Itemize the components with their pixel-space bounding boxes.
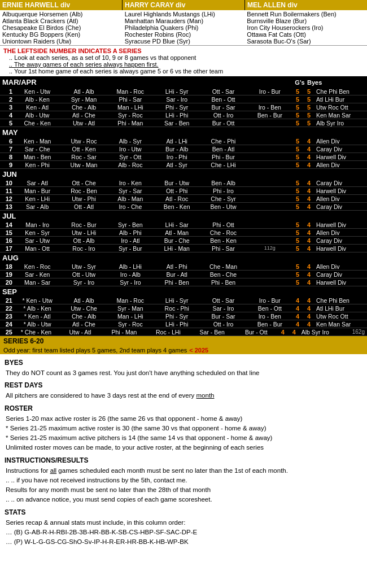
- game-slot: Atl - Roc: [154, 195, 199, 202]
- schedule-row: 25* Che - KenUtw - AtlPhi - ManRoc - LHi…: [0, 328, 367, 336]
- game-slot: Ken - LHi: [15, 195, 60, 202]
- row-number: 13: [2, 203, 15, 210]
- row-number: 25: [2, 329, 15, 336]
- byes-value: 5: [304, 112, 314, 119]
- game-slot: Utw - Atl: [59, 329, 102, 336]
- game-slots: Alb - KenSyr - ManPhi - SarSar - IroBen …: [15, 96, 292, 103]
- gs-value: 5: [292, 96, 303, 103]
- byes-value: 4: [304, 237, 314, 244]
- info-section: BYES They do NOT count as 3 games rest. …: [0, 354, 367, 552]
- bye-teams: Harwell Div: [314, 154, 365, 160]
- game-slot: [247, 138, 292, 145]
- row-number: 22: [2, 305, 15, 312]
- byes-value: 5: [304, 120, 314, 127]
- game-slot: Sar - Ben: [191, 329, 234, 336]
- game-slots: Ken - SyrUtw - LHiAlb - PhiAtl - ManChe …: [15, 229, 292, 236]
- game-slot: [247, 120, 292, 127]
- game-slot: [247, 229, 292, 236]
- game-slot: Phi - Sar: [108, 96, 153, 103]
- game-slot: Phi - Ott: [200, 221, 246, 228]
- game-slot: Alb - Roc: [108, 162, 153, 168]
- game-slot: [247, 237, 292, 244]
- stats-line-1: Series recap & annual stats must include…: [5, 518, 362, 528]
- bye-teams: Atl LHi Bur: [314, 96, 365, 103]
- bye-teams: Caray Div: [314, 237, 365, 244]
- game-slots: Ken - ManUtw - RocAlb - SyrAtl - LHiChe …: [15, 138, 292, 145]
- schedule-section: MAR/APR G's Byes 1Ken - UtwAtl - AlbMan …: [0, 77, 367, 354]
- game-slot: [247, 279, 292, 286]
- bye-teams: Ken Man Sar: [314, 321, 365, 328]
- game-slot: * Ken - Utw: [15, 297, 60, 304]
- game-slot: Sar - Ben: [154, 120, 199, 127]
- game-slot: Phi - Syr: [154, 104, 199, 111]
- game-slot: Ken - Roc: [15, 263, 60, 270]
- row-number: 8: [2, 154, 15, 160]
- schedule-row: 17Man - OttRoc - IroSyr - BurLHi - ManPh…: [0, 245, 367, 252]
- game-slot: Syr - Iro: [108, 279, 153, 286]
- bye-teams: Alb Syr Iro: [299, 329, 350, 336]
- byes-value: 4: [304, 263, 314, 270]
- odd-year-bar: Odd year: first team listed plays 5 game…: [0, 346, 367, 354]
- game-slot: Syr - Ott: [108, 154, 153, 160]
- harry-team-4: Rochester Robins (Roc): [125, 31, 243, 38]
- row-number: 5: [2, 120, 15, 127]
- game-slot: LHi - Man: [154, 245, 199, 252]
- ernie-teams: Albuquerque Horsemen (Alb) Atlanta Black…: [0, 10, 123, 45]
- game-slot: LHi - Syr: [154, 88, 199, 95]
- game-slot: Roc - Sar: [61, 154, 106, 160]
- game-slots: Ken - UtwAtl - AlbMan - RocLHi - SyrOtt …: [15, 88, 292, 95]
- game-slot: Che - Syr: [200, 195, 246, 202]
- game-slots: Man - OttRoc - IroSyr - BurLHi - ManPhi …: [15, 245, 292, 252]
- schedule-rows: 1Ken - UtwAtl - AlbMan - RocLHi - SyrOtt…: [0, 88, 367, 336]
- row-number: 10: [2, 180, 15, 186]
- game-slot: Iro - Utw: [108, 146, 153, 153]
- bye-teams: Allen Div: [314, 138, 365, 145]
- row-number: 23: [2, 313, 15, 320]
- byes-value: 4: [304, 305, 314, 312]
- game-slots: Sar - CheOtt - KenIro - UtwBur - AlbBen …: [15, 146, 292, 153]
- bye-teams: Harwell Div: [314, 188, 365, 194]
- game-slot: * Alb - Utw: [15, 321, 60, 328]
- game-slot: [247, 180, 292, 186]
- bye-teams: Harwell Div: [314, 279, 365, 286]
- byes-value: 4: [304, 297, 314, 304]
- game-slot: Iro - Ben: [247, 104, 292, 111]
- game-slot: Man - Bur: [15, 188, 60, 194]
- leftside-title: THE LEFTSIDE NUMBER INDICATES A SERIES: [3, 47, 364, 54]
- gs-value: 4: [292, 313, 303, 320]
- game-slot: [247, 221, 292, 228]
- schedule-row: 23* Ken - AtlChe - AlbMan - LHiPhi - Syr…: [0, 312, 367, 320]
- gs-value: 5: [292, 104, 303, 111]
- game-slot: Syr - Man: [61, 96, 106, 103]
- game-slot: Ben - Atl: [200, 146, 246, 153]
- game-slots: Man - BurRoc - BenSyr - SarOtt - PhiPhi …: [15, 188, 292, 194]
- bye-teams: Che Phi Ben: [314, 88, 365, 95]
- row-number: 17: [2, 245, 15, 252]
- game-slot: Syr - Iro: [61, 279, 106, 286]
- rest-days-text: All pitchers are considered to have 3 da…: [5, 391, 362, 400]
- game-slot: Bur - Atl: [154, 271, 199, 278]
- game-slot: LHi - Phi: [154, 321, 199, 328]
- ernie-team-1: Albuquerque Horsemen (Alb): [2, 11, 120, 18]
- game-slot: Che - Ken: [15, 120, 60, 127]
- month-label: MAY: [0, 127, 367, 137]
- game-slot: Sar - Ken: [15, 271, 60, 278]
- game-slot: Ott - Che: [61, 180, 106, 186]
- ernie-team-2: Atlanta Black Crackers (Atl): [2, 18, 120, 24]
- leftside-section: THE LEFTSIDE NUMBER INDICATES A SERIES .…: [0, 46, 367, 77]
- game-slot: Ott - Utw: [61, 271, 106, 278]
- game-slot: Ben - Ott: [200, 96, 246, 103]
- stats-line-2: … (B) G-AB-R-H-RBI-2B-3B-HR-BB-K-SB-CS-H…: [5, 528, 362, 537]
- game-slots: Man - IroRoc - BurSyr - BenLHi - SarPhi …: [15, 221, 292, 228]
- schedule-row: 15Ken - SyrUtw - LHiAlb - PhiAtl - ManCh…: [0, 229, 367, 237]
- game-slot: Bur - Sar: [200, 313, 246, 320]
- game-slot: Phi - Iro: [200, 188, 246, 194]
- game-slot: Che - Man: [200, 263, 246, 270]
- game-slot: Ken - Man: [15, 138, 60, 145]
- game-slot: [247, 271, 292, 278]
- ernie-team-5: Uniontown Raiders (Utw): [2, 38, 120, 45]
- gs-value: 4: [292, 321, 303, 328]
- game-slot: Alb - Syr: [108, 138, 153, 145]
- bye-teams: Allen Div: [314, 229, 365, 236]
- instructions-section: INSTRUCTIONS/RESULTS Instructions for al…: [5, 455, 362, 505]
